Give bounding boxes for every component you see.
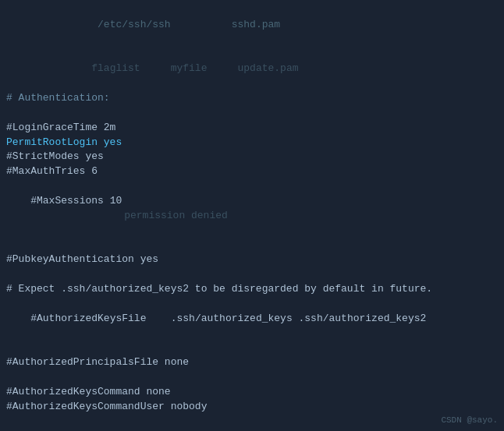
line-logingracetime: #LoginGraceTime 2m (6, 121, 498, 136)
line-empty-1 (6, 106, 498, 121)
line-pubkeyauth: #PubkeyAuthentication yes (6, 253, 498, 267)
line-empty-5 (6, 370, 498, 385)
line-authorizedkeysfile: #AuthorizedKeysFile .ssh/authorized_keys… (6, 297, 498, 341)
line-authorizedprincipalsfile: #AuthorizedPrincipalsFile none (6, 355, 498, 370)
line-maxsessions: #MaxSessions 10 permission denied (6, 179, 498, 238)
line-empty-2 (6, 238, 498, 253)
line-maxauthtries: #MaxAuthTries 6 (6, 164, 498, 179)
terminal-window: /etc/ssh/ssh sshd.pam flaglist myfile up… (0, 0, 504, 431)
line-auth-comment: # Authentication: (6, 91, 498, 106)
line-filenames: flaglist myfile update.pam (6, 48, 498, 92)
line-empty-4 (6, 341, 498, 355)
line-top-faded: /etc/ssh/ssh sshd.pam (6, 3, 498, 48)
line-authorizedkeyscommanduser: #AuthorizedKeysCommandUser nobody (6, 400, 498, 415)
line-expect-comment: # Expect .ssh/authorized_keys2 to be dis… (6, 282, 498, 297)
line-authorizedkeyscommand: #AuthorizedKeysCommand none (6, 385, 498, 400)
line-empty-6 (6, 415, 498, 429)
watermark-text: CSDN @sayo. (441, 415, 498, 425)
line-empty-3 (6, 267, 498, 282)
line-strictmodes: #StrictModes yes (6, 150, 498, 164)
line-permitrootlogin: PermitRootLogin yes (6, 136, 498, 150)
